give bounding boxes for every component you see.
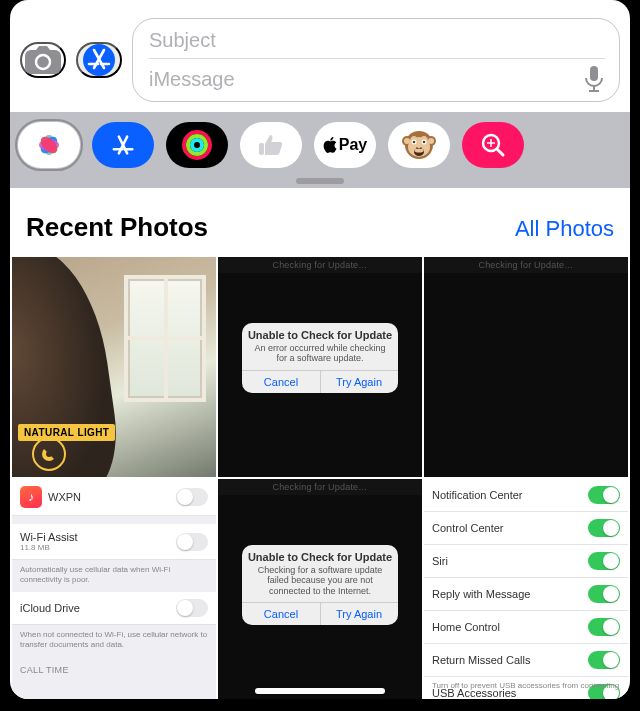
tray-app-appstore[interactable] xyxy=(92,122,154,168)
svg-point-16 xyxy=(192,140,202,150)
microphone-icon xyxy=(583,65,605,93)
tray-app-animoji[interactable] xyxy=(388,122,450,168)
photo-thumb-6[interactable]: Notification CenterControl CenterSiriRep… xyxy=(424,479,628,699)
svg-point-31 xyxy=(415,149,424,153)
tray-app-digital-touch[interactable] xyxy=(240,122,302,168)
svg-point-33 xyxy=(420,147,422,149)
section-title: Recent Photos xyxy=(26,212,208,243)
apple-logo-icon xyxy=(323,137,338,153)
photo-thumb-5[interactable]: Checking for Update… Unable to Check for… xyxy=(218,479,422,699)
imessage-field[interactable]: iMessage xyxy=(149,68,235,91)
camera-icon xyxy=(24,45,62,75)
toggle xyxy=(176,599,208,617)
photo-thumb-1[interactable]: NATURAL LIGHT xyxy=(12,257,216,477)
tray-app-images[interactable] xyxy=(462,122,524,168)
svg-point-29 xyxy=(423,141,426,144)
drawer-grabber[interactable] xyxy=(296,178,344,184)
svg-point-12 xyxy=(39,139,59,151)
svg-point-10 xyxy=(43,135,55,155)
settings-row: Return Missed Calls xyxy=(424,644,628,677)
tray-app-activity[interactable] xyxy=(166,122,228,168)
activity-rings-icon xyxy=(180,128,214,162)
cancel-button: Cancel xyxy=(242,371,320,393)
settings-row: Reply with Message xyxy=(424,578,628,611)
photo-grid: NATURAL LIGHT Checking for Update… Unabl… xyxy=(10,257,630,699)
photo-thumb-4[interactable]: ♪ WXPN Wi-Fi Assist 11.8 MB Automaticall… xyxy=(12,479,216,699)
try-again-button: Try Again xyxy=(321,603,398,625)
update-alert: Unable to Check for Update An error occu… xyxy=(242,323,397,393)
cancel-button: Cancel xyxy=(242,603,320,625)
svg-point-32 xyxy=(416,147,418,149)
settings-row: Notification Center xyxy=(424,479,628,512)
subject-field[interactable]: Subject xyxy=(149,25,605,59)
toggle xyxy=(588,486,620,504)
appstore-icon xyxy=(108,130,138,160)
settings-row: Siri xyxy=(424,545,628,578)
svg-rect-3 xyxy=(590,66,598,81)
appstore-icon xyxy=(81,42,117,78)
toggle xyxy=(176,533,208,551)
messages-app-screen: Subject iMessage xyxy=(10,0,630,699)
toggle xyxy=(588,618,620,636)
dictate-button[interactable] xyxy=(583,65,605,93)
all-photos-link[interactable]: All Photos xyxy=(515,216,614,242)
lighting-badge: NATURAL LIGHT xyxy=(18,424,115,441)
imessage-app-tray: Pay xyxy=(10,112,630,188)
toggle xyxy=(588,519,620,537)
home-indicator[interactable] xyxy=(255,688,385,694)
apps-button[interactable] xyxy=(76,42,122,78)
svg-point-9 xyxy=(38,134,61,157)
svg-point-8 xyxy=(39,139,59,151)
svg-line-35 xyxy=(497,149,503,155)
toggle xyxy=(588,585,620,603)
settings-row: Home Control xyxy=(424,611,628,644)
settings-row: Control Center xyxy=(424,512,628,545)
toggle xyxy=(176,488,208,506)
magnifier-icon xyxy=(480,132,506,158)
camera-button[interactable] xyxy=(20,42,66,78)
svg-point-11 xyxy=(38,134,61,157)
svg-point-28 xyxy=(413,141,416,144)
thumbs-up-icon xyxy=(258,133,284,157)
toggle xyxy=(588,651,620,669)
svg-point-7 xyxy=(38,134,61,157)
svg-rect-17 xyxy=(259,143,264,155)
svg-point-1 xyxy=(36,55,50,69)
photo-thumb-3[interactable]: Checking for Update… xyxy=(424,257,628,477)
apple-pay-label: Pay xyxy=(339,136,367,154)
monkey-animoji-icon xyxy=(401,127,437,163)
photo-thumb-2[interactable]: Checking for Update… Unable to Check for… xyxy=(218,257,422,477)
recent-photos-header: Recent Photos All Photos xyxy=(10,188,630,257)
svg-point-13 xyxy=(38,134,61,157)
toggle xyxy=(588,552,620,570)
tray-app-photos[interactable] xyxy=(18,122,80,168)
svg-point-6 xyxy=(43,135,55,155)
photos-icon xyxy=(34,130,64,160)
update-alert: Unable to Check for Update Checking for … xyxy=(242,545,397,625)
compose-row: Subject iMessage xyxy=(10,0,630,112)
message-input[interactable]: Subject iMessage xyxy=(132,18,620,102)
app-icon: ♪ xyxy=(20,486,42,508)
tray-app-apple-pay[interactable]: Pay xyxy=(314,122,376,168)
try-again-button: Try Again xyxy=(321,371,398,393)
